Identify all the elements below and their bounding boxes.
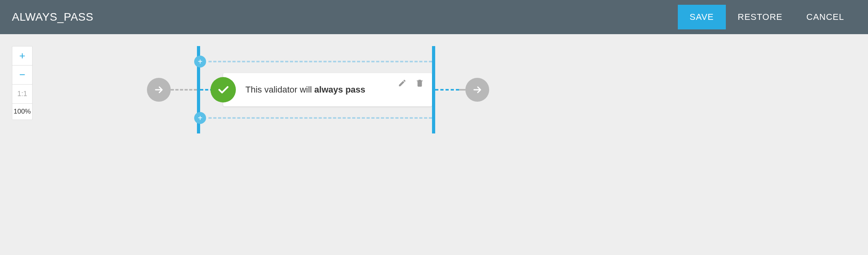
validator-card[interactable]: This validator will always pass bbox=[223, 73, 432, 106]
flow-diagram: + This validator will always pass bbox=[147, 46, 489, 133]
validator-text-prefix: This validator will bbox=[245, 85, 314, 95]
flow-center-block: + This validator will always pass bbox=[200, 46, 432, 133]
connector-gray-right bbox=[459, 89, 465, 91]
zoom-out-button[interactable]: − bbox=[12, 66, 32, 85]
edit-icon[interactable] bbox=[398, 79, 407, 87]
add-connector-bottom bbox=[208, 117, 432, 119]
add-step-top-button[interactable]: + bbox=[194, 56, 206, 68]
zoom-in-button[interactable]: + bbox=[12, 46, 32, 66]
header-actions: SAVE RESTORE CANCEL bbox=[678, 5, 856, 29]
connector-blue-right bbox=[435, 89, 459, 91]
zoom-percent-label: 100% bbox=[12, 104, 32, 120]
add-connector-top bbox=[208, 61, 432, 62]
add-bottom-row: + bbox=[200, 112, 432, 124]
validator-text-bold: always pass bbox=[314, 85, 365, 95]
card-actions bbox=[398, 79, 424, 87]
save-button[interactable]: SAVE bbox=[678, 5, 726, 29]
check-icon bbox=[216, 83, 230, 97]
flow-end-bar bbox=[432, 46, 435, 133]
arrow-right-icon bbox=[472, 84, 483, 95]
zoom-controls: + − 1:1 100% bbox=[12, 46, 33, 120]
status-badge bbox=[210, 77, 236, 102]
add-step-bottom-button[interactable]: + bbox=[194, 112, 206, 124]
header-bar: ALWAYS_PASS SAVE RESTORE CANCEL bbox=[0, 0, 868, 34]
add-top-row: + bbox=[200, 56, 432, 68]
canvas-area[interactable]: + − 1:1 100% + This validator bbox=[0, 34, 868, 255]
flow-start-node[interactable] bbox=[147, 78, 171, 102]
cancel-button[interactable]: CANCEL bbox=[795, 5, 856, 29]
zoom-reset-button[interactable]: 1:1 bbox=[12, 85, 32, 104]
arrow-right-icon bbox=[153, 84, 164, 95]
connector-gray bbox=[171, 89, 197, 91]
restore-button[interactable]: RESTORE bbox=[726, 5, 795, 29]
validator-row: This validator will always pass bbox=[200, 73, 432, 106]
delete-icon[interactable] bbox=[415, 79, 424, 87]
page-title: ALWAYS_PASS bbox=[12, 11, 93, 23]
validator-text: This validator will always pass bbox=[245, 85, 365, 95]
flow-end-node[interactable] bbox=[465, 78, 489, 102]
